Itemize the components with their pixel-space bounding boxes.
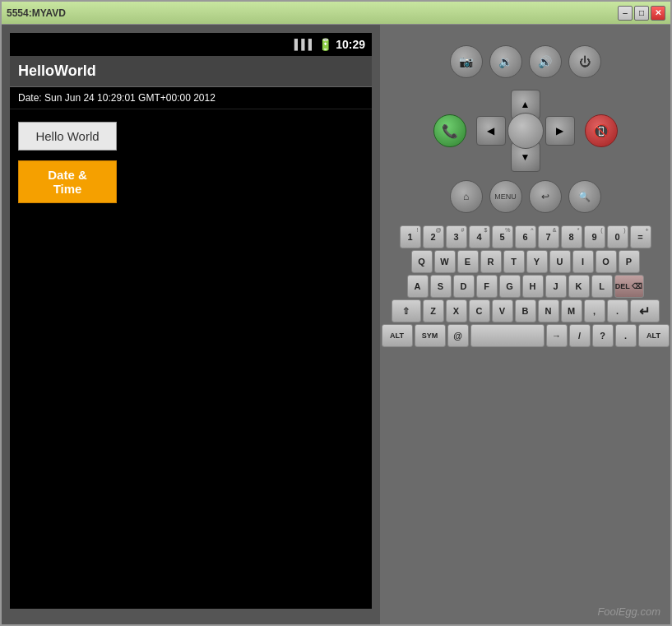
hello-world-button[interactable]: Hello World [18, 122, 117, 151]
key-v[interactable]: V [492, 299, 513, 322]
key-space[interactable] [470, 324, 545, 347]
key-o[interactable]: O [596, 250, 617, 273]
key-8[interactable]: *8 [561, 225, 582, 248]
watermark: FoolEgg.com [597, 605, 660, 618]
key-1[interactable]: !1 [400, 225, 421, 248]
key-0[interactable]: )0 [607, 225, 628, 248]
key-b[interactable]: B [515, 299, 536, 322]
date-time-button[interactable]: Date & Time [18, 160, 117, 203]
dpad: ▲ ▼ ◀ ▶ [476, 90, 575, 172]
phone-area: ▌▌▌ 🔋 10:29 HelloWorld Date: Sun Jun 24 … [2, 25, 380, 624]
camera-button[interactable]: 📷 [450, 45, 483, 78]
key-slash[interactable]: / [569, 324, 591, 347]
key-period[interactable]: . [607, 299, 628, 322]
key-3[interactable]: #3 [446, 225, 467, 248]
key-row-2: Q W E R T Y U I O P [394, 250, 657, 273]
window-title: 5554:MYAVD [7, 7, 66, 19]
dpad-left-button[interactable]: ◀ [476, 116, 506, 146]
menu-button[interactable]: MENU [489, 180, 522, 213]
window-frame: 5554:MYAVD – □ ✕ ▌▌▌ 🔋 10:29 HelloWorld [0, 0, 672, 626]
app-body: Hello World Date & Time [10, 109, 372, 216]
key-comma[interactable]: , [584, 299, 605, 322]
search-button[interactable]: 🔍 [568, 180, 601, 213]
key-c[interactable]: C [469, 299, 490, 322]
key-row-5: ALT SYM @ → / ? . ALT [394, 324, 657, 347]
key-t[interactable]: T [503, 250, 525, 273]
title-bar-buttons: – □ ✕ [618, 6, 665, 21]
key-r[interactable]: R [480, 250, 502, 273]
key-alt-left[interactable]: ALT [382, 324, 413, 347]
key-u[interactable]: U [549, 250, 571, 273]
nav-row: ⌂ MENU ↩ 🔍 [450, 180, 601, 213]
key-7[interactable]: &7 [538, 225, 559, 248]
key-6[interactable]: ^6 [515, 225, 536, 248]
key-equals[interactable]: += [630, 225, 651, 248]
key-question[interactable]: ? [592, 324, 614, 347]
key-alt-right[interactable]: ALT [638, 324, 670, 347]
back-button[interactable]: ↩ [529, 180, 562, 213]
key-i[interactable]: I [572, 250, 594, 273]
home-button[interactable]: ⌂ [450, 180, 483, 213]
key-a[interactable]: A [407, 275, 429, 298]
title-bar: 5554:MYAVD – □ ✕ [2, 2, 670, 25]
minimize-button[interactable]: – [618, 6, 633, 21]
key-2[interactable]: @2 [423, 225, 444, 248]
controls-panel: 📷 🔉 🔊 ⏻ 📞 ▲ ▼ ◀ ▶ 📵 ⌂ MENU [380, 25, 670, 624]
key-e[interactable]: E [457, 250, 479, 273]
key-sym[interactable]: SYM [415, 324, 446, 347]
key-5[interactable]: %5 [492, 225, 513, 248]
app-title: HelloWorld [18, 63, 96, 79]
power-button[interactable]: ⏻ [568, 45, 601, 78]
end-call-button[interactable]: 📵 [585, 114, 618, 147]
key-l[interactable]: L [591, 275, 613, 298]
close-button[interactable]: ✕ [651, 6, 665, 21]
signal-icon: ▌▌▌ [294, 39, 316, 50]
key-shift[interactable]: ⇧ [392, 299, 421, 322]
key-g[interactable]: G [499, 275, 521, 298]
key-4[interactable]: $4 [469, 225, 490, 248]
key-arrow-right[interactable]: → [546, 324, 568, 347]
phone-screen: ▌▌▌ 🔋 10:29 HelloWorld Date: Sun Jun 24 … [10, 33, 372, 609]
key-z[interactable]: Z [423, 299, 444, 322]
key-del[interactable]: DEL ⌫ [614, 275, 644, 298]
key-enter[interactable]: ↵ [630, 299, 660, 322]
key-row-4: ⇧ Z X C V B N M , . ↵ [394, 299, 657, 322]
battery-icon: 🔋 [318, 38, 332, 51]
app-titlebar: HelloWorld [10, 56, 372, 87]
date-display: Date: Sun Jun 24 10:29:01 GMT+00:00 2012 [10, 87, 372, 109]
key-y[interactable]: Y [526, 250, 548, 273]
key-m[interactable]: M [561, 299, 582, 322]
key-s[interactable]: S [430, 275, 452, 298]
key-period-2[interactable]: . [615, 324, 637, 347]
key-row-3: A S D F G H J K L DEL ⌫ [394, 275, 657, 298]
call-button[interactable]: 📞 [433, 114, 466, 147]
key-k[interactable]: K [568, 275, 590, 298]
status-time: 10:29 [336, 38, 365, 51]
dpad-center-button[interactable] [507, 113, 544, 149]
key-row-1: !1 @2 #3 $4 %5 ^6 &7 *8 (9 )0 += [394, 225, 657, 248]
key-j[interactable]: J [545, 275, 567, 298]
key-h[interactable]: H [522, 275, 544, 298]
key-w[interactable]: W [434, 250, 456, 273]
date-text: Date: Sun Jun 24 10:29:01 GMT+00:00 2012 [18, 92, 216, 104]
main-content: ▌▌▌ 🔋 10:29 HelloWorld Date: Sun Jun 24 … [2, 25, 670, 624]
dpad-right-button[interactable]: ▶ [545, 116, 575, 146]
key-f[interactable]: F [476, 275, 498, 298]
status-bar: ▌▌▌ 🔋 10:29 [10, 33, 372, 56]
key-at[interactable]: @ [447, 324, 469, 347]
volume-up-button[interactable]: 🔊 [529, 45, 562, 78]
key-x[interactable]: X [446, 299, 467, 322]
key-p[interactable]: P [619, 250, 640, 273]
top-controls: 📷 🔉 🔊 ⏻ [450, 45, 601, 78]
key-q[interactable]: Q [411, 250, 433, 273]
volume-down-button[interactable]: 🔉 [489, 45, 522, 78]
key-d[interactable]: D [453, 275, 475, 298]
maximize-button[interactable]: □ [634, 6, 649, 21]
keyboard-area: !1 @2 #3 $4 %5 ^6 &7 *8 (9 )0 += Q W E [394, 225, 657, 349]
key-9[interactable]: (9 [584, 225, 605, 248]
key-n[interactable]: N [538, 299, 559, 322]
